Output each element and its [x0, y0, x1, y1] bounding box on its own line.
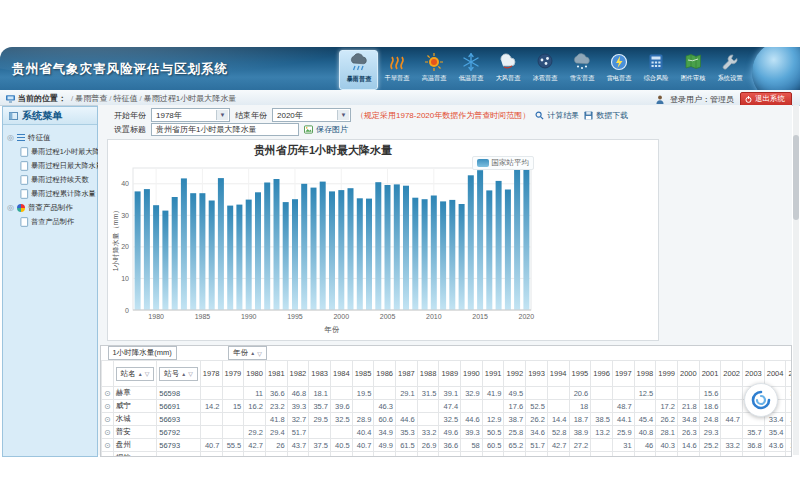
- chart-title-input[interactable]: 贵州省历年1小时最大降水量: [151, 123, 299, 136]
- year-column-header[interactable]: 1993: [526, 361, 548, 387]
- sort-asc-icon[interactable]: ▲: [181, 371, 186, 377]
- value-cell: 23.2: [265, 400, 287, 413]
- sidebar-item[interactable]: 暴雨过程累计降水量: [7, 187, 93, 200]
- filter-icon[interactable]: ▽: [145, 370, 150, 377]
- value-cell: 20.6: [569, 387, 591, 400]
- year-column-header[interactable]: 1981: [265, 361, 287, 387]
- row-expand-radio[interactable]: ⊙: [104, 441, 111, 450]
- sidebar-item[interactable]: 普查产品制作: [7, 215, 93, 228]
- document-icon: [20, 161, 28, 171]
- station-id-header[interactable]: 站号▲▽: [159, 367, 198, 381]
- nav-item-composite-risk[interactable]: 综合风险: [637, 50, 674, 88]
- year-column-header[interactable]: 1986: [374, 361, 396, 387]
- sort-asc-icon[interactable]: ▲: [250, 350, 255, 356]
- year-column-header[interactable]: 1983: [309, 361, 331, 387]
- sidebar-group-label: 普查产品制作: [28, 203, 73, 213]
- end-year-label: 结束年份: [235, 110, 267, 121]
- value-cell: [526, 452, 548, 458]
- nav-item-rain-storm[interactable]: 暴雨普查: [339, 50, 378, 90]
- calculate-button[interactable]: 计算结果: [535, 110, 579, 121]
- sort-asc-icon[interactable]: ▲: [138, 371, 143, 377]
- top-nav: 暴雨普查干旱普查高温普查低温普查大风普查冰雹普查雪灾普查雷电普查综合风险图件审核…: [339, 50, 748, 90]
- scrollbar-thumb[interactable]: [793, 135, 799, 220]
- breadcrumb-segment[interactable]: 暴雨普查: [75, 94, 107, 103]
- year-column-header[interactable]: 1994: [547, 361, 569, 387]
- row-expand-radio[interactable]: ⊙: [104, 389, 111, 398]
- chart-legend[interactable]: 国家站平均: [472, 156, 535, 170]
- sidebar-item[interactable]: 暴雨过程日最大降水量: [7, 159, 93, 172]
- app-header: 贵州省气象灾害风险评估与区划系统 暴雨普查干旱普查高温普查低温普查大风普查冰雹普…: [0, 47, 800, 91]
- value-cell: 44.7: [721, 413, 743, 426]
- year-column-header[interactable]: 1982: [287, 361, 309, 387]
- year-column-header[interactable]: 1978: [200, 361, 222, 387]
- year-column-header[interactable]: 1998: [634, 361, 656, 387]
- value-cell: 39.1: [439, 387, 461, 400]
- value-cell: [612, 387, 634, 400]
- nav-item-wind[interactable]: 大风普查: [489, 50, 526, 88]
- year-column-header[interactable]: 1989: [439, 361, 461, 387]
- station-id-cell: 56693: [157, 413, 201, 426]
- value-cell: 48.7: [612, 400, 634, 413]
- nav-item-snow[interactable]: 雪灾普查: [563, 50, 600, 88]
- year-column-header[interactable]: 1984: [330, 361, 352, 387]
- year-filter-header[interactable]: 年份 ▲▽: [228, 346, 267, 360]
- year-column-header[interactable]: 1988: [417, 361, 439, 387]
- breadcrumb-segment[interactable]: 特征值: [113, 94, 137, 103]
- value-cell: 33.2: [287, 452, 309, 458]
- breadcrumb-segment[interactable]: 暴雨过程1小时最大降水量: [144, 94, 236, 103]
- sidebar-item[interactable]: 暴雨过程1小时最大降水量: [7, 145, 93, 158]
- value-cell: 35.7: [743, 426, 765, 439]
- filter-icon[interactable]: ▽: [257, 350, 262, 357]
- sidebar-item[interactable]: 暴雨过程持续天数: [7, 173, 93, 186]
- table-header-row: 站名▲▽站号▲▽19781979198019811982198319841985…: [102, 361, 793, 387]
- station-name-header[interactable]: 站名▲▽: [116, 367, 155, 381]
- nav-item-lightning[interactable]: 雷电普查: [600, 50, 637, 88]
- year-column-header[interactable]: 1987: [396, 361, 418, 387]
- value-cell: 58: [461, 439, 483, 452]
- floating-widget-button[interactable]: [744, 383, 778, 417]
- svg-text:40: 40: [121, 180, 129, 187]
- year-column-header[interactable]: 2000: [677, 361, 699, 387]
- year-column-header[interactable]: 2001: [699, 361, 721, 387]
- row-expand-radio[interactable]: ⊙: [104, 454, 111, 458]
- year-column-header[interactable]: 1995: [569, 361, 591, 387]
- nav-item-settings[interactable]: 系统设置: [711, 50, 748, 88]
- sidebar-title: 系统菜单: [3, 107, 97, 125]
- start-year-select[interactable]: 1978年 ▼: [151, 108, 230, 122]
- save-disk-icon: [584, 111, 593, 120]
- year-column-header[interactable]: 1985: [352, 361, 374, 387]
- year-column-header[interactable]: 1991: [482, 361, 504, 387]
- value-cell: 36.8: [743, 439, 765, 452]
- value-cell: 50.8: [721, 452, 743, 458]
- year-column-header[interactable]: 1999: [656, 361, 678, 387]
- filter-icon[interactable]: ▽: [188, 370, 193, 377]
- year-column-header[interactable]: 2005: [786, 361, 792, 387]
- nav-item-map-review[interactable]: 图件审核: [674, 50, 711, 88]
- nav-item-low-temp[interactable]: 低温普查: [452, 50, 489, 88]
- year-column-header[interactable]: 1979: [222, 361, 244, 387]
- sidebar-group[interactable]: ◎普查产品制作: [7, 201, 97, 215]
- value-cell: 50.5: [482, 426, 504, 439]
- year-column-header[interactable]: 1992: [504, 361, 526, 387]
- value-cell: 46.3: [374, 400, 396, 413]
- nav-item-drought[interactable]: 干旱普查: [378, 50, 415, 88]
- save-image-button[interactable]: 保存图片: [304, 124, 348, 135]
- value-cell: 31.2: [569, 452, 591, 458]
- year-column-header[interactable]: 1990: [461, 361, 483, 387]
- year-column-header[interactable]: 1980: [244, 361, 266, 387]
- value-cell: 31.5: [417, 387, 439, 400]
- year-column-header[interactable]: 2002: [721, 361, 743, 387]
- row-expand-radio[interactable]: ⊙: [104, 428, 111, 437]
- value-cell: 33.2: [721, 439, 743, 452]
- year-column-header[interactable]: 2004: [764, 361, 786, 387]
- row-expand-radio[interactable]: ⊙: [104, 402, 111, 411]
- year-column-header[interactable]: 1997: [612, 361, 634, 387]
- svg-text:1985: 1985: [195, 313, 211, 320]
- year-column-header[interactable]: 1996: [591, 361, 613, 387]
- row-expand-radio[interactable]: ⊙: [104, 415, 111, 424]
- download-button[interactable]: 数据下载: [584, 110, 628, 121]
- sidebar-group[interactable]: ◎特征值: [7, 131, 97, 145]
- nav-item-hail[interactable]: 冰雹普查: [526, 50, 563, 88]
- end-year-select[interactable]: 2020年 ▼: [272, 108, 351, 122]
- nav-item-high-temp[interactable]: 高温普查: [415, 50, 452, 88]
